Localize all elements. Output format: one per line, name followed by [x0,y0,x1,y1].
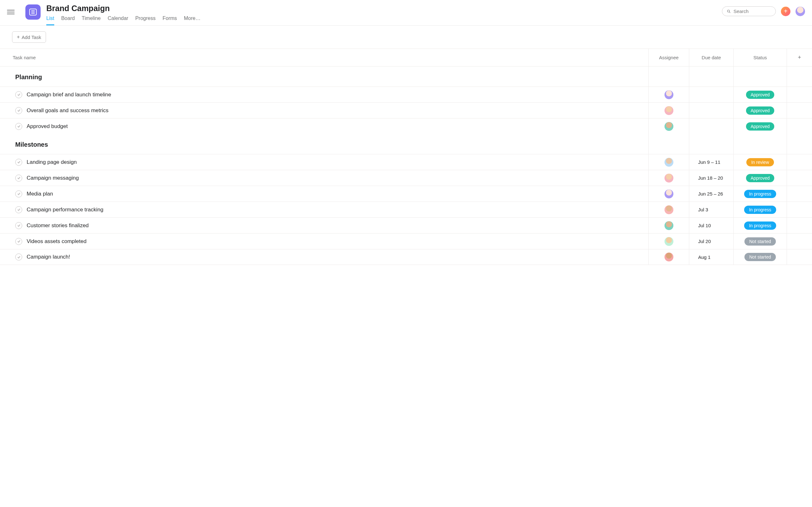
task-cell[interactable]: Campaign launch! [0,253,648,261]
task-cell[interactable]: Media plan [0,190,648,198]
global-add-button[interactable]: + [781,7,791,16]
task-cell[interactable]: Campaign performance tracking [0,206,648,213]
task-row[interactable]: Landing page designJun 9 – 11In review [0,154,812,170]
extra-cell [786,202,812,217]
assignee-cell[interactable] [648,103,689,118]
status-cell[interactable]: Not started [733,233,786,249]
assignee-cell[interactable] [648,118,689,134]
tab-list[interactable]: List [46,15,54,25]
complete-toggle-icon[interactable] [15,253,22,261]
assignee-cell[interactable] [648,218,689,233]
section-title[interactable]: Milestones [0,134,648,154]
due-cell[interactable]: Aug 1 [689,249,733,265]
status-cell[interactable]: Approved [733,118,786,134]
assignee-cell[interactable] [648,186,689,202]
assignee-avatar [664,237,673,246]
complete-toggle-icon[interactable] [15,175,22,181]
due-cell[interactable] [689,118,733,134]
complete-toggle-icon[interactable] [15,107,22,114]
task-cell[interactable]: Videos assets completed [0,238,648,245]
tab-board[interactable]: Board [61,15,75,25]
col-header-status[interactable]: Status [733,49,786,66]
complete-toggle-icon[interactable] [15,206,22,213]
add-column-button[interactable]: + [786,49,812,66]
tab-progress[interactable]: Progress [135,15,155,25]
task-name: Campaign performance tracking [27,207,103,213]
assignee-cell[interactable] [648,154,689,170]
extra-cell [786,87,812,102]
status-cell[interactable]: In progress [733,186,786,202]
task-cell[interactable]: Campaign brief and launch timeline [0,91,648,98]
task-cell[interactable]: Overall goals and success metrics [0,107,648,114]
assignee-cell[interactable] [648,87,689,102]
assignee-cell[interactable] [648,249,689,265]
due-cell[interactable]: Jun 9 – 11 [689,154,733,170]
due-cell[interactable] [689,103,733,118]
project-icon[interactable] [26,4,41,20]
task-row[interactable]: Media planJun 25 – 26In progress [0,186,812,202]
col-header-due[interactable]: Due date [689,49,733,66]
complete-toggle-icon[interactable] [15,238,22,245]
task-row[interactable]: Overall goals and success metricsApprove… [0,102,812,118]
due-cell[interactable] [689,87,733,102]
col-header-task[interactable]: Task name [0,55,648,60]
due-cell[interactable]: Jun 18 – 20 [689,170,733,186]
status-cell[interactable]: Approved [733,170,786,186]
status-badge: Approved [746,122,774,130]
due-cell[interactable]: Jul 3 [689,202,733,217]
status-cell[interactable]: Approved [733,87,786,102]
due-cell[interactable]: Jul 10 [689,218,733,233]
tab-timeline[interactable]: Timeline [82,15,101,25]
topbar: Brand Campaign ListBoardTimelineCalendar… [0,0,812,26]
search-input[interactable] [734,9,771,14]
status-cell[interactable]: In progress [733,218,786,233]
status-badge: Approved [746,107,774,115]
menu-icon[interactable] [7,8,14,16]
list-icon [29,8,37,16]
tab-calendar[interactable]: Calendar [107,15,128,25]
topbar-right: + [722,6,805,16]
status-cell[interactable]: In progress [733,202,786,217]
project-title[interactable]: Brand Campaign [46,4,722,13]
complete-toggle-icon[interactable] [15,190,22,198]
complete-toggle-icon[interactable] [15,123,22,130]
task-row[interactable]: Campaign brief and launch timelineApprov… [0,87,812,102]
task-row[interactable]: Campaign performance trackingJul 3In pro… [0,202,812,217]
status-cell[interactable]: In review [733,154,786,170]
assignee-avatar [664,174,673,182]
task-row[interactable]: Campaign launch!Aug 1Not started [0,249,812,265]
task-row[interactable]: Approved budgetApproved [0,118,812,134]
tab-more[interactable]: More… [184,15,200,25]
status-cell[interactable]: Approved [733,103,786,118]
assignee-avatar [664,158,673,167]
status-badge: Not started [745,237,775,245]
complete-toggle-icon[interactable] [15,159,22,166]
task-cell[interactable]: Campaign messaging [0,175,648,181]
task-cell[interactable]: Landing page design [0,159,648,166]
search-icon [727,9,731,14]
search-box[interactable] [722,6,776,16]
section-title[interactable]: Planning [0,66,648,87]
assignee-cell[interactable] [648,170,689,186]
col-header-assignee[interactable]: Assignee [648,49,689,66]
assignee-cell[interactable] [648,202,689,217]
status-cell[interactable]: Not started [733,249,786,265]
task-row[interactable]: Customer stories finalizedJul 10In progr… [0,217,812,233]
section-header: Milestones [0,134,812,154]
task-cell[interactable]: Customer stories finalized [0,222,648,229]
task-row[interactable]: Campaign messagingJun 18 – 20Approved [0,170,812,186]
due-cell[interactable]: Jul 20 [689,233,733,249]
tab-forms[interactable]: Forms [162,15,177,25]
user-avatar[interactable] [796,7,805,16]
complete-toggle-icon[interactable] [15,91,22,98]
due-cell[interactable]: Jun 25 – 26 [689,186,733,202]
status-badge: Approved [746,174,774,182]
extra-cell [786,118,812,134]
task-row[interactable]: Videos assets completedJul 20Not started [0,233,812,249]
complete-toggle-icon[interactable] [15,222,22,229]
add-task-button[interactable]: + Add Task [12,32,46,43]
task-name: Landing page design [27,159,77,165]
task-cell[interactable]: Approved budget [0,123,648,130]
assignee-cell[interactable] [648,233,689,249]
extra-cell [786,233,812,249]
